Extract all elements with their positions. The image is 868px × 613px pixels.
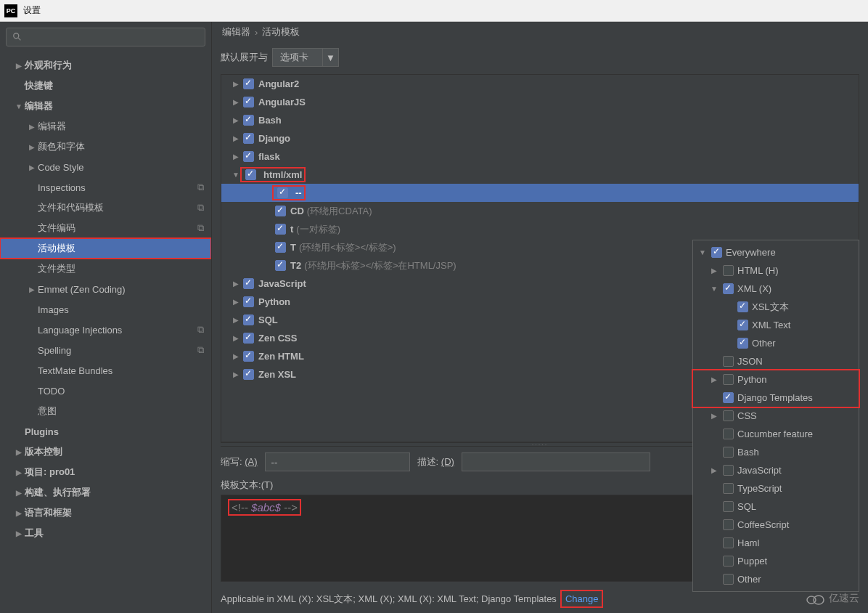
context-item[interactable]: XSL文本 bbox=[693, 298, 859, 316]
sidebar-item[interactable]: ▶外观和行为 bbox=[0, 55, 211, 76]
context-checkbox[interactable] bbox=[723, 465, 734, 476]
breadcrumb-item[interactable]: 编辑器 bbox=[222, 25, 250, 38]
context-checkbox[interactable] bbox=[723, 501, 734, 512]
context-item[interactable]: XML Text bbox=[693, 316, 859, 334]
context-item[interactable]: Django Templates bbox=[693, 389, 859, 407]
tree-arrow-icon: ▶ bbox=[13, 509, 25, 517]
template-checkbox[interactable] bbox=[243, 78, 254, 89]
template-checkbox[interactable] bbox=[243, 333, 254, 344]
template-item[interactable]: ▼html/xml bbox=[221, 166, 859, 184]
template-checkbox[interactable] bbox=[243, 151, 254, 162]
context-checkbox[interactable] bbox=[723, 283, 734, 294]
template-checkbox[interactable] bbox=[243, 351, 254, 362]
context-item[interactable]: Other bbox=[693, 570, 859, 588]
context-checkbox[interactable] bbox=[723, 356, 734, 367]
template-item[interactable]: -- bbox=[221, 184, 859, 202]
context-item[interactable]: ▶Python bbox=[693, 370, 859, 389]
context-item[interactable]: Cucumber feature bbox=[693, 425, 859, 443]
template-checkbox[interactable] bbox=[243, 296, 254, 307]
template-checkbox[interactable] bbox=[277, 187, 288, 198]
sidebar-item[interactable]: 活动模板 bbox=[0, 238, 211, 259]
template-checkbox[interactable] bbox=[275, 242, 286, 253]
sidebar-item[interactable]: 文件和代码模板⧉ bbox=[0, 198, 211, 218]
context-item[interactable]: Other bbox=[693, 334, 859, 352]
template-item[interactable]: ▶Bash bbox=[221, 111, 859, 129]
sidebar-item[interactable]: Inspections⧉ bbox=[0, 177, 211, 198]
context-item[interactable]: Haml bbox=[693, 534, 859, 552]
context-item[interactable]: ▶CSS bbox=[693, 407, 859, 425]
context-item[interactable]: TypeScript bbox=[693, 479, 859, 498]
template-checkbox[interactable] bbox=[243, 314, 254, 325]
context-checkbox[interactable] bbox=[723, 556, 734, 567]
template-item[interactable]: ▶flask bbox=[221, 147, 859, 166]
sidebar-item[interactable]: 文件编码⧉ bbox=[0, 218, 211, 238]
context-checkbox[interactable] bbox=[723, 374, 734, 385]
template-name: T2 bbox=[290, 260, 301, 271]
template-checkbox[interactable] bbox=[245, 169, 256, 180]
template-item[interactable]: ▶AngularJS bbox=[221, 93, 859, 111]
sidebar-item[interactable]: ▶工具 bbox=[0, 523, 211, 543]
template-checkbox[interactable] bbox=[275, 260, 286, 271]
sidebar-item[interactable]: ▶构建、执行部署 bbox=[0, 482, 211, 503]
context-checkbox[interactable] bbox=[723, 410, 734, 421]
sidebar-item[interactable]: ▶编辑器 bbox=[0, 116, 211, 137]
template-checkbox[interactable] bbox=[275, 224, 286, 235]
context-checkbox[interactable] bbox=[723, 483, 734, 494]
context-item[interactable]: ▶JavaScript bbox=[693, 461, 859, 479]
context-checkbox[interactable] bbox=[737, 338, 748, 349]
context-panel[interactable]: ▼Everywhere▶HTML (H)▼XML (X)XSL文本XML Tex… bbox=[692, 240, 859, 592]
sidebar-item[interactable]: ▶语言和框架 bbox=[0, 503, 211, 523]
template-item[interactable]: ▶Django bbox=[221, 129, 859, 147]
context-item[interactable]: CoffeeScript bbox=[693, 516, 859, 534]
context-checkbox[interactable] bbox=[723, 429, 734, 439]
context-checkbox[interactable] bbox=[723, 447, 734, 458]
context-checkbox[interactable] bbox=[711, 247, 722, 258]
template-item[interactable]: ▶Angular2 bbox=[221, 75, 859, 93]
template-checkbox[interactable] bbox=[243, 369, 254, 380]
template-checkbox[interactable] bbox=[243, 97, 254, 107]
context-checkbox[interactable] bbox=[723, 574, 734, 585]
sidebar-item[interactable]: ▶Code Style bbox=[0, 157, 211, 177]
context-checkbox[interactable] bbox=[723, 265, 734, 276]
sidebar-item[interactable]: TextMate Bundles bbox=[0, 360, 211, 381]
sidebar-item[interactable]: ▶颜色和字体 bbox=[0, 137, 211, 157]
template-checkbox[interactable] bbox=[243, 133, 254, 144]
desc-input[interactable] bbox=[462, 452, 650, 471]
chevron-down-icon[interactable]: ▼ bbox=[323, 48, 339, 67]
sidebar-item[interactable]: Images bbox=[0, 299, 211, 320]
breadcrumb-item[interactable]: 活动模板 bbox=[262, 25, 300, 38]
template-checkbox[interactable] bbox=[243, 115, 254, 126]
template-item[interactable]: CD(环绕用CDATA) bbox=[221, 202, 859, 220]
context-item[interactable]: JSON bbox=[693, 352, 859, 370]
sidebar-item[interactable]: 文件类型 bbox=[0, 259, 211, 279]
sidebar-item[interactable]: TODO bbox=[0, 381, 211, 401]
template-checkbox[interactable] bbox=[275, 206, 286, 216]
context-item[interactable]: SQL bbox=[693, 498, 859, 516]
context-checkbox[interactable] bbox=[723, 392, 734, 403]
context-item[interactable]: Puppet bbox=[693, 552, 859, 570]
context-checkbox[interactable] bbox=[737, 320, 748, 330]
sidebar-item[interactable]: Plugins bbox=[0, 421, 211, 442]
sidebar-item[interactable]: 意图 bbox=[0, 401, 211, 421]
abbr-input[interactable] bbox=[265, 452, 410, 471]
context-item[interactable]: ▶HTML (H) bbox=[693, 261, 859, 280]
template-checkbox[interactable] bbox=[243, 278, 254, 289]
sidebar-item[interactable]: 快捷键 bbox=[0, 76, 211, 96]
context-item[interactable]: ▼Everywhere bbox=[693, 243, 859, 261]
search-input[interactable] bbox=[6, 28, 205, 46]
sidebar-item[interactable]: ▶项目: pro01 bbox=[0, 462, 211, 482]
context-item[interactable]: Bash bbox=[693, 443, 859, 461]
sidebar-item[interactable]: ▼编辑器 bbox=[0, 96, 211, 116]
template-item[interactable]: t(一对标签) bbox=[221, 220, 859, 238]
context-item[interactable]: ▼XML (X) bbox=[693, 280, 859, 298]
sidebar-item[interactable]: Spelling⧉ bbox=[0, 340, 211, 360]
context-checkbox[interactable] bbox=[723, 519, 734, 530]
settings-tree[interactable]: ▶外观和行为快捷键▼编辑器▶编辑器▶颜色和字体▶Code StyleInspec… bbox=[0, 52, 211, 613]
context-checkbox[interactable] bbox=[737, 301, 748, 312]
context-checkbox[interactable] bbox=[723, 537, 734, 548]
change-link[interactable]: Change bbox=[561, 590, 603, 607]
sidebar-item[interactable]: Language Injections⧉ bbox=[0, 320, 211, 340]
sidebar-item[interactable]: ▶版本控制 bbox=[0, 442, 211, 462]
expand-combo[interactable]: 选项卡 ▼ bbox=[272, 48, 339, 67]
sidebar-item[interactable]: ▶Emmet (Zen Coding) bbox=[0, 279, 211, 299]
